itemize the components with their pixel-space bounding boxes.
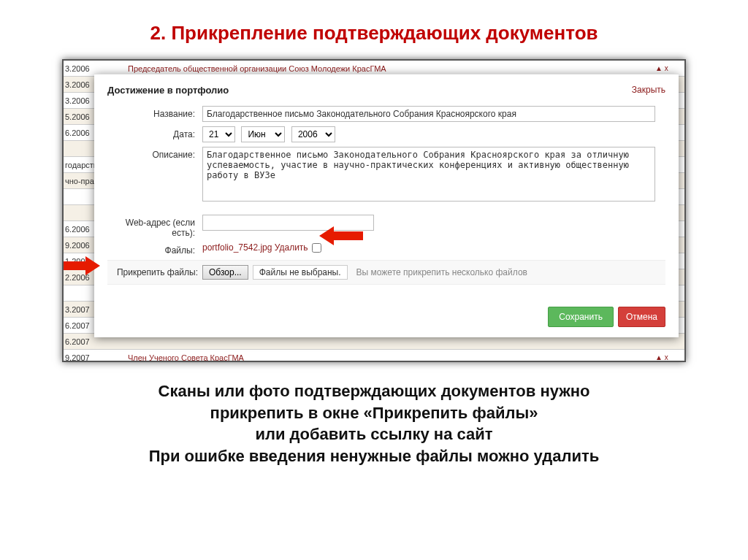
save-button[interactable]: Сохранить	[548, 307, 614, 327]
arrow-delete-icon	[319, 225, 363, 247]
achievement-dialog: Достижение в портфолио Закрыть Название:…	[94, 74, 679, 337]
bg-date: 9.2007	[64, 353, 104, 362]
file-link[interactable]: portfolio_7542.jpg	[202, 242, 272, 253]
svg-marker-0	[319, 226, 363, 245]
bg-date: 6.2007	[64, 337, 104, 346]
label-attach: Прикрепить файлы:	[107, 267, 202, 277]
cancel-button[interactable]: Отмена	[618, 307, 665, 327]
label-date: Дата:	[107, 126, 202, 139]
bg-text: Член Ученого Совета КрасГМА	[122, 353, 655, 362]
caption-line2: прикрепить в окне «Прикрепить файлы»	[29, 402, 719, 424]
bg-text: Председатель общественной организации Со…	[122, 64, 655, 73]
year-select[interactable]: 2006	[291, 126, 335, 142]
name-input[interactable]	[202, 106, 655, 122]
browse-button[interactable]: Обзор...	[202, 265, 248, 280]
attach-hint: Вы можете прикрепить несколько файлов	[356, 267, 527, 277]
close-link[interactable]: Закрыть	[632, 85, 665, 96]
row-description: Описание: Благодарственное письмо Законо…	[107, 147, 665, 204]
no-files-text: Файлы не выбраны.	[253, 265, 348, 280]
dialog-footer: Сохранить Отмена	[107, 307, 665, 327]
bg-date: 3.2006	[64, 64, 104, 73]
label-web: Web-адрес (если есть):	[107, 215, 202, 238]
dialog-header: Достижение в портфолио Закрыть	[107, 85, 665, 96]
arrow-attach-icon	[62, 255, 100, 277]
slide-caption: Сканы или фото подтверждающих документов…	[0, 362, 748, 467]
row-files: Файлы: portfolio_7542.jpg Удалить	[107, 242, 665, 256]
caption-line4: При ошибке введения ненужные файлы можно…	[29, 445, 719, 467]
caption-line1: Сканы или фото подтверждающих документов…	[29, 380, 719, 402]
caption-line3: или добавить ссылку на сайт	[29, 423, 719, 445]
label-files: Файлы:	[107, 242, 202, 256]
screenshot-frame: 3.2006Председатель общественной организа…	[62, 59, 686, 362]
row-date: Дата: 21 Июн 2006	[107, 126, 665, 142]
day-select[interactable]: 21	[202, 126, 235, 142]
label-description: Описание:	[107, 147, 202, 160]
table-row: 9.2007Член Ученого Совета КрасГМА▲ x	[64, 350, 684, 362]
row-attach: Прикрепить файлы: Обзор... Файлы не выбр…	[107, 260, 665, 285]
bg-actions: ▲ x	[655, 353, 684, 361]
slide-title: 2. Прикрепление подтверждающих документо…	[0, 0, 748, 59]
month-select[interactable]: Июн	[241, 126, 285, 142]
dialog-title: Достижение в портфолио	[107, 85, 229, 96]
description-textarea[interactable]: Благодарственное письмо Законодательного…	[202, 147, 655, 202]
row-name: Название:	[107, 106, 665, 122]
bg-actions: ▲ x	[655, 64, 684, 72]
delete-file-link[interactable]: Удалить	[275, 242, 308, 253]
row-web: Web-адрес (если есть):	[107, 215, 665, 238]
svg-marker-1	[62, 256, 100, 275]
label-name: Название:	[107, 106, 202, 119]
